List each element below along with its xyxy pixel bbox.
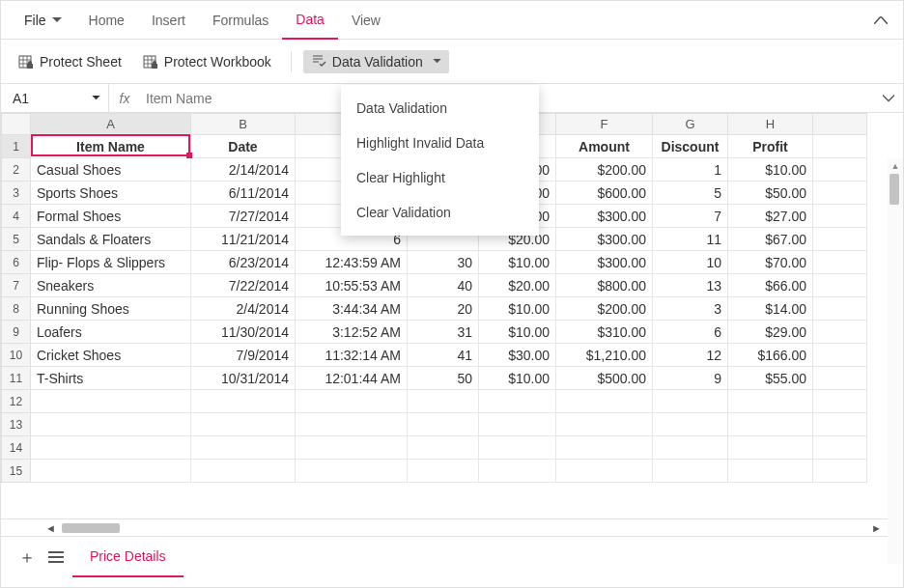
row-header-8[interactable]: 8: [2, 297, 31, 321]
add-sheet-button[interactable]: ＋: [14, 545, 40, 570]
cell[interactable]: $70.00: [728, 251, 813, 274]
cell[interactable]: 7/22/2014: [191, 274, 296, 297]
cell[interactable]: 3:44:34 AM: [296, 297, 408, 321]
cell[interactable]: Item Name: [31, 135, 191, 158]
cell[interactable]: [479, 460, 556, 483]
cell[interactable]: $29.00: [728, 321, 813, 344]
menu-item-highlight-invalid[interactable]: Highlight Invalid Data: [341, 126, 539, 160]
cell[interactable]: 41: [408, 344, 479, 367]
cell[interactable]: Date: [191, 135, 296, 158]
cell[interactable]: [813, 460, 867, 483]
cell[interactable]: [31, 413, 191, 436]
cell[interactable]: 5: [653, 182, 728, 205]
cell[interactable]: [408, 413, 479, 436]
cell[interactable]: 11/21/2014: [191, 228, 296, 251]
row-header-14[interactable]: 14: [2, 436, 31, 460]
row-header-9[interactable]: 9: [2, 321, 31, 344]
cell[interactable]: [31, 460, 191, 483]
scroll-thumb[interactable]: [890, 174, 899, 205]
cell[interactable]: [479, 436, 556, 460]
cell[interactable]: [813, 135, 867, 158]
cell[interactable]: Sandals & Floaters: [31, 228, 191, 251]
cell[interactable]: [31, 436, 191, 460]
cell[interactable]: [296, 460, 408, 483]
cell[interactable]: $310.00: [556, 321, 653, 344]
ribbon-collapse-button[interactable]: [868, 13, 893, 28]
cell[interactable]: 12:43:59 AM: [296, 251, 408, 274]
cell[interactable]: [296, 413, 408, 436]
cell[interactable]: 6: [653, 321, 728, 344]
sheet-tab-price-details[interactable]: Price Details: [72, 537, 184, 577]
cell[interactable]: 12: [653, 344, 728, 367]
cell[interactable]: [813, 321, 867, 344]
row-header-15[interactable]: 15: [2, 460, 31, 483]
cell[interactable]: $1,210.00: [556, 344, 653, 367]
cell[interactable]: 9: [653, 367, 728, 390]
tab-data[interactable]: Data: [282, 2, 338, 40]
cell[interactable]: [653, 413, 728, 436]
cell[interactable]: Profit: [728, 135, 813, 158]
cell[interactable]: T-Shirts: [31, 367, 191, 390]
menu-item-clear-validation[interactable]: Clear Validation: [341, 195, 539, 230]
cell[interactable]: $27.00: [728, 205, 813, 228]
tab-formulas[interactable]: Formulas: [199, 1, 282, 39]
cell[interactable]: [408, 460, 479, 483]
cell[interactable]: $50.00: [728, 182, 813, 205]
cell[interactable]: [653, 436, 728, 460]
name-box[interactable]: A1: [1, 84, 109, 112]
cell[interactable]: Amount: [556, 135, 653, 158]
cell[interactable]: $500.00: [556, 367, 653, 390]
tab-view[interactable]: View: [338, 1, 394, 39]
cell[interactable]: [191, 436, 296, 460]
row-header-10[interactable]: 10: [2, 344, 31, 367]
cell[interactable]: $300.00: [556, 251, 653, 274]
column-header-A[interactable]: A: [31, 114, 191, 135]
cell[interactable]: [813, 228, 867, 251]
cell[interactable]: $200.00: [556, 158, 653, 182]
all-sheets-button[interactable]: [43, 545, 69, 570]
cell[interactable]: $300.00: [556, 228, 653, 251]
cell[interactable]: $300.00: [556, 205, 653, 228]
cell[interactable]: 13: [653, 274, 728, 297]
row-header-5[interactable]: 5: [2, 228, 31, 251]
column-header-G[interactable]: G: [653, 114, 728, 135]
cell[interactable]: [408, 390, 479, 413]
cell[interactable]: [813, 274, 867, 297]
cell[interactable]: [813, 390, 867, 413]
row-header-2[interactable]: 2: [2, 158, 31, 182]
cell[interactable]: [813, 344, 867, 367]
cell[interactable]: [813, 182, 867, 205]
scroll-left-arrow[interactable]: ◄: [40, 522, 62, 534]
row-header-3[interactable]: 3: [2, 182, 31, 205]
cell[interactable]: $20.00: [479, 274, 556, 297]
cell[interactable]: [813, 158, 867, 182]
cell[interactable]: $66.00: [728, 274, 813, 297]
cell[interactable]: [813, 251, 867, 274]
cell[interactable]: 50: [408, 367, 479, 390]
cell[interactable]: Flip- Flops & Slippers: [31, 251, 191, 274]
cell[interactable]: [296, 436, 408, 460]
scroll-up-arrow[interactable]: ▲: [888, 158, 903, 174]
cell[interactable]: 1: [653, 158, 728, 182]
tab-file[interactable]: File: [11, 1, 75, 39]
cell[interactable]: [813, 413, 867, 436]
cell[interactable]: Casual Shoes: [31, 158, 191, 182]
cell[interactable]: 10/31/2014: [191, 367, 296, 390]
menu-item-data-validation[interactable]: Data Validation: [341, 91, 539, 126]
cell[interactable]: $10.00: [479, 367, 556, 390]
row-header-13[interactable]: 13: [2, 413, 31, 436]
cell[interactable]: $600.00: [556, 182, 653, 205]
cell[interactable]: $10.00: [728, 158, 813, 182]
cell[interactable]: [728, 390, 813, 413]
cell[interactable]: [191, 460, 296, 483]
cell[interactable]: 3: [653, 297, 728, 321]
cell[interactable]: 30: [408, 251, 479, 274]
protect-sheet-button[interactable]: Protect Sheet: [11, 50, 129, 73]
cell[interactable]: 6/11/2014: [191, 182, 296, 205]
cell[interactable]: $67.00: [728, 228, 813, 251]
cell[interactable]: [813, 297, 867, 321]
cell[interactable]: [813, 205, 867, 228]
cell[interactable]: $30.00: [479, 344, 556, 367]
cell[interactable]: [653, 460, 728, 483]
cell[interactable]: [191, 413, 296, 436]
